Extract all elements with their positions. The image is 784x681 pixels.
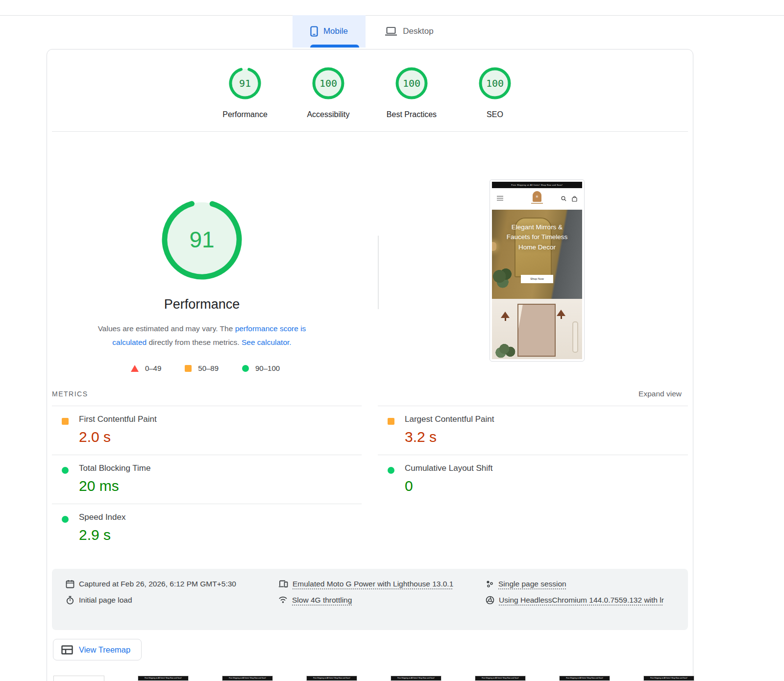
legend-fail-range: 0–49 — [145, 364, 161, 372]
fail-triangle-icon — [131, 365, 139, 372]
desc-text-1: Values are estimated and may vary. The — [98, 324, 235, 333]
vertical-divider — [378, 236, 379, 309]
chromium-icon — [486, 596, 494, 605]
emulation-link[interactable]: Emulated Moto G Power with Lighthouse 13… — [293, 579, 453, 589]
category-scores-row: 91 Performance 100 Accessibility — [47, 67, 693, 119]
metric-value: 2.9 s — [79, 527, 111, 543]
filmstrip-frame-5: Free Shipping on All Items! Shop Now and… — [391, 676, 441, 681]
hero-title: Elegant Mirrors & Faucets for Timeless H… — [500, 222, 574, 252]
metric-status-icon — [388, 467, 394, 474]
filmstrip-frame-1 — [53, 676, 104, 681]
preview-banner: Free Shipping on All Items! Shop Now and… — [492, 182, 582, 188]
env-session: Single page session — [486, 579, 678, 595]
initial-load-text: Initial page load — [79, 595, 132, 606]
best-practices-score-label: Best Practices — [387, 110, 437, 119]
expand-view-button[interactable]: Expand view — [638, 389, 688, 398]
score-seo[interactable]: 100 SEO — [453, 67, 537, 119]
average-square-icon — [185, 365, 192, 372]
metric-name: Speed Index — [79, 512, 125, 522]
lighthouse-report-page: Mobile Desktop 91 Performance — [0, 0, 784, 681]
calendar-icon — [66, 580, 74, 588]
photo2-sconce-left — [501, 312, 510, 318]
network-throttling-icon — [278, 596, 288, 604]
score-accessibility[interactable]: 100 Accessibility — [287, 67, 370, 119]
photo2-towel — [572, 321, 578, 353]
hero-plant — [493, 268, 514, 291]
metric-first-contentful-paint: First Contentful Paint 2.0 s — [52, 406, 362, 455]
accessibility-score-label: Accessibility — [307, 110, 349, 119]
metric-name: Cumulative Layout Shift — [405, 463, 493, 473]
metric-status-icon — [62, 418, 69, 425]
session-link[interactable]: Single page session — [498, 579, 566, 589]
metric-value: 0 — [405, 478, 413, 494]
chrome-version-link[interactable]: Using HeadlessChromium 144.0.7559.132 wi… — [499, 595, 664, 606]
metric-name: Total Blocking Time — [79, 463, 150, 473]
desc-text-2: directly from these metrics. — [147, 338, 242, 346]
treemap-icon — [61, 645, 73, 655]
best-practices-score-value: 100 — [395, 67, 428, 99]
filmstrip-frame-6: Free Shipping on All Items! Shop Now and… — [475, 676, 526, 681]
filmstrip-banner: Free Shipping on All Items! Shop Now and… — [560, 676, 610, 681]
desktop-laptop-icon — [385, 26, 397, 36]
performance-main-score: 91 — [160, 198, 244, 281]
tab-desktop[interactable]: Desktop — [372, 15, 446, 48]
hero-sconce — [492, 242, 496, 251]
metrics-heading: METRICS — [52, 390, 88, 398]
score-performance[interactable]: 91 Performance — [203, 67, 287, 119]
env-column-2: Emulated Moto G Power with Lighthouse 13… — [278, 579, 482, 611]
best-practices-score-gauge: 100 — [395, 67, 428, 99]
filmstrip-frame-3: Free Shipping on All Items! Shop Now and… — [222, 676, 273, 681]
metric-name: First Contentful Paint — [79, 414, 157, 424]
performance-section-title: Performance — [79, 297, 324, 312]
filmstrip-frame-2: Free Shipping on All Items! Shop Now and… — [138, 676, 189, 681]
throttling-link[interactable]: Slow 4G throttling — [292, 595, 352, 606]
performance-description: Values are estimated and may vary. The p… — [87, 322, 317, 349]
filmstrip-frame-7: Free Shipping on All Items! Shop Now and… — [559, 676, 610, 681]
env-throttling: Slow 4G throttling — [278, 595, 482, 611]
metric-total-blocking-time: Total Blocking Time 20 ms — [52, 455, 362, 504]
performance-score-gauge: 91 — [229, 67, 261, 99]
photo2-plant — [495, 340, 518, 359]
performance-score-label: Performance — [222, 110, 268, 119]
filmstrip: Free Shipping on All Items! Shop Now and… — [53, 676, 694, 681]
metric-largest-contentful-paint: Largest Contentful Paint 3.2 s — [378, 406, 688, 455]
filmstrip-banner: Free Shipping on All Items! Shop Now and… — [644, 676, 694, 681]
report-card: 91 Performance 100 Accessibility — [47, 49, 693, 681]
metric-status-icon — [388, 418, 394, 425]
metric-value: 20 ms — [79, 478, 119, 494]
env-column-1: Captured at Feb 26, 2026, 6:12 PM GMT+5:… — [66, 579, 271, 611]
filmstrip-banner: Free Shipping on All Items! Shop Now and… — [391, 676, 441, 681]
performance-main-gauge: 91 — [160, 198, 244, 281]
env-initial-load: Initial page load — [66, 595, 271, 611]
env-captured: Captured at Feb 26, 2026, 6:12 PM GMT+5:… — [66, 579, 271, 595]
env-chrome-version: Using HeadlessChromium 144.0.7559.132 wi… — [486, 595, 678, 611]
score-legend: 0–49 50–89 90–100 — [47, 364, 364, 372]
performance-score-value: 91 — [229, 67, 261, 99]
shop-now-button: Shop Now — [521, 275, 553, 283]
hamburger-menu-icon — [497, 196, 503, 200]
view-treemap-button[interactable]: View Treemap — [53, 639, 142, 660]
final-screenshot-preview: Free Shipping on All Items! Shop Now and… — [490, 179, 585, 362]
preview-image: Free Shipping on All Items! Shop Now and… — [492, 182, 582, 359]
legend-average-range: 50–89 — [198, 364, 219, 372]
stopwatch-icon — [66, 596, 74, 605]
env-emulation: Emulated Moto G Power with Lighthouse 13… — [278, 579, 482, 595]
tab-mobile[interactable]: Mobile — [293, 15, 366, 48]
see-calculator-link[interactable]: See calculator. — [242, 338, 292, 346]
metric-speed-index: Speed Index 2.9 s — [52, 504, 362, 553]
photo2-sconce-right — [557, 310, 565, 316]
environment-block: Captured at Feb 26, 2026, 6:12 PM GMT+5:… — [52, 569, 688, 630]
accessibility-score-gauge: 100 — [312, 67, 344, 99]
filmstrip-frame-8: Free Shipping on All Items! Shop Now and… — [643, 676, 694, 681]
legend-average: 50–89 — [185, 364, 219, 372]
score-best-practices[interactable]: 100 Best Practices — [370, 67, 453, 119]
photo2-mirror — [517, 304, 556, 357]
metric-value: 2.0 s — [79, 429, 111, 445]
active-tab-underline — [310, 45, 359, 48]
site-logo: ✳ — [533, 191, 541, 202]
filmstrip-frame-4: Free Shipping on All Items! Shop Now and… — [306, 676, 357, 681]
section-divider — [52, 131, 688, 132]
seo-score-gauge: 100 — [479, 67, 511, 99]
env-column-3: Single page session Using HeadlessChromi… — [486, 579, 678, 611]
accessibility-score-value: 100 — [312, 67, 344, 99]
